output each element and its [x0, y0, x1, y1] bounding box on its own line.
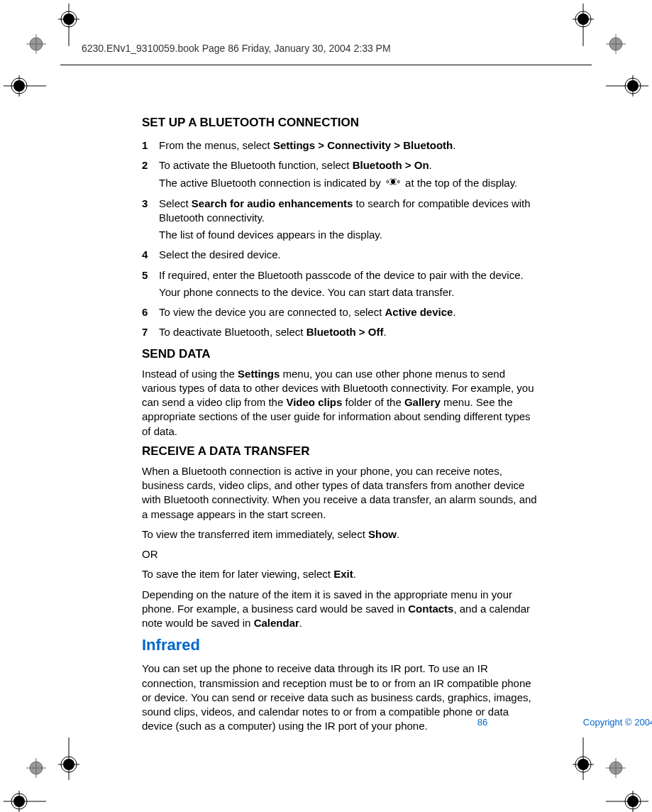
step: 3Select Search for audio enhancements to… [142, 197, 539, 246]
crop-mark-top-vert-left [58, 4, 79, 46]
step-body: From the menus, select Settings > Connec… [159, 138, 539, 155]
bold-text: Show [368, 528, 397, 540]
reg-mark-top-left [26, 34, 46, 54]
paragraph: To view the transferred item immediately… [142, 527, 539, 542]
step-body: Select the desired device. [159, 248, 539, 265]
step-number: 6 [142, 305, 159, 322]
paragraph: Instead of using the Settings menu, you … [142, 367, 539, 439]
bold-text: Active device [385, 306, 453, 318]
crop-mark-bottom-vert-right [573, 737, 594, 780]
step: 7To deactivate Bluetooth, select Bluetoo… [142, 325, 539, 342]
crop-mark-right [606, 75, 648, 97]
reg-mark-bottom-left [26, 758, 46, 778]
page-content: SET UP A BLUETOOTH CONNECTION 1From the … [142, 116, 539, 740]
step-line: To deactivate Bluetooth, select Bluetoot… [159, 325, 539, 339]
bold-text: Settings > Connectivity > Bluetooth [273, 139, 453, 151]
send-heading: SEND DATA [142, 347, 539, 361]
paragraph: OR [142, 547, 539, 561]
bold-text: Contacts [408, 603, 453, 615]
paragraph: When a Bluetooth connection is active in… [142, 464, 539, 522]
bold-text: Search for audio enhancements [192, 197, 353, 209]
crop-mark-left-bottom [4, 791, 46, 812]
copyright-text: Copyright © 2004 Nokia [583, 717, 652, 728]
step-line: Your phone connects to the device. You c… [159, 285, 539, 300]
step-line: From the menus, select Settings > Connec… [159, 138, 539, 153]
reg-mark-top-right [606, 34, 626, 54]
step: 1From the menus, select Settings > Conne… [142, 138, 539, 155]
bold-text: Calendar [254, 617, 299, 629]
bold-text: Bluetooth > Off [306, 326, 384, 338]
receive-paras: When a Bluetooth connection is active in… [142, 464, 539, 631]
book-header: 6230.ENv1_9310059.book Page 86 Friday, J… [82, 43, 391, 54]
step-number: 1 [142, 138, 159, 155]
step-number: 2 [142, 158, 159, 193]
svg-point-48 [391, 180, 395, 184]
step-number: 4 [142, 248, 159, 265]
step: 2To activate the Bluetooth function, sel… [142, 158, 539, 193]
bold-text: Gallery [404, 396, 441, 408]
step-body: To activate the Bluetooth function, sele… [159, 158, 539, 193]
step: 5If required, enter the Bluetooth passco… [142, 268, 539, 303]
step-body: To deactivate Bluetooth, select Bluetoot… [159, 325, 539, 342]
bold-text: Video clips [286, 396, 342, 408]
reg-mark-bottom-right [606, 758, 626, 778]
bleed-line-top [60, 65, 592, 65]
setup-steps: 1From the menus, select Settings > Conne… [142, 138, 539, 343]
crop-mark-right-bottom [606, 791, 648, 812]
crop-mark-left [4, 75, 46, 97]
step-line: To view the device you are connected to,… [159, 305, 539, 319]
send-paras: Instead of using the Settings menu, you … [142, 367, 539, 439]
bold-text: Settings [238, 368, 280, 380]
step: 6To view the device you are connected to… [142, 305, 539, 322]
step-number: 5 [142, 268, 159, 303]
step-number: 3 [142, 197, 159, 246]
bold-text: Exit [333, 568, 353, 580]
receive-heading: RECEIVE A DATA TRANSFER [142, 444, 539, 459]
crop-mark-bottom-vert-left [58, 737, 79, 780]
step-body: If required, enter the Bluetooth passcod… [159, 268, 539, 303]
page-number: 86 [477, 717, 487, 728]
bluetooth-indicator-icon [385, 176, 401, 190]
step-line: The active Bluetooth connection is indic… [159, 176, 539, 191]
infrared-heading: Infrared [142, 636, 539, 654]
crop-mark-top-vert-right [573, 4, 594, 46]
bold-text: Bluetooth > On [353, 159, 429, 171]
step-line: Select Search for audio enhancements to … [159, 197, 539, 226]
step-body: Select Search for audio enhancements to … [159, 197, 539, 246]
step: 4Select the desired device. [142, 248, 539, 265]
step-line: To activate the Bluetooth function, sele… [159, 158, 539, 172]
step-number: 7 [142, 325, 159, 342]
step-body: To view the device you are connected to,… [159, 305, 539, 322]
step-line: If required, enter the Bluetooth passcod… [159, 268, 539, 282]
paragraph: Depending on the nature of the item it i… [142, 588, 539, 631]
setup-heading: SET UP A BLUETOOTH CONNECTION [142, 116, 539, 130]
step-line: Select the desired device. [159, 248, 539, 262]
paragraph: To save the item for later viewing, sele… [142, 567, 539, 581]
page-footer: 86 Copyright © 2004 Nokia [284, 717, 652, 728]
step-line: The list of found devices appears in the… [159, 228, 539, 242]
